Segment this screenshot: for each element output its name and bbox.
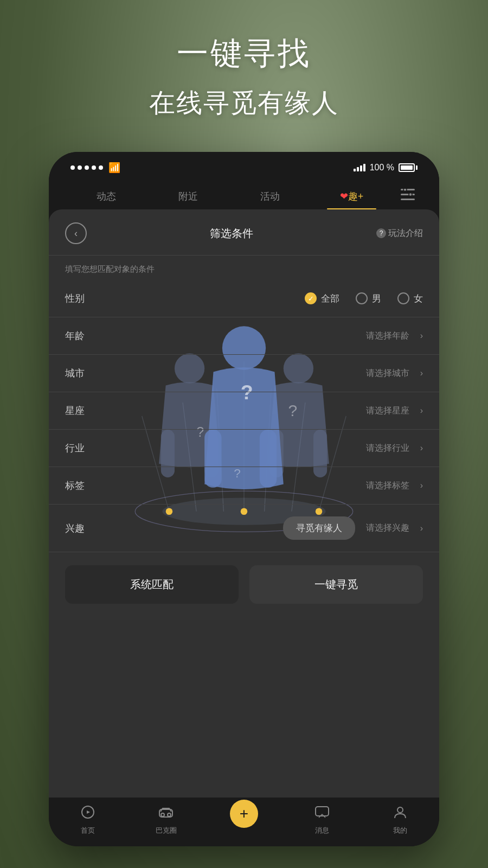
nav-tab-dongtai[interactable]: 动态 xyxy=(65,183,147,209)
battery-percent: 100 % xyxy=(370,163,394,173)
tabbar-message[interactable]: 消息 xyxy=(283,805,361,835)
dot5 xyxy=(99,165,103,170)
battery-fill xyxy=(401,165,413,170)
gender-male[interactable]: 男 xyxy=(356,292,381,305)
one-key-search-button[interactable]: 一键寻觅 xyxy=(249,565,423,604)
city-right: 请选择城市 › xyxy=(103,368,423,379)
hero-line2: 在线寻觅有缘人 xyxy=(0,86,488,120)
mine-label: 我的 xyxy=(393,826,407,835)
city-placeholder: 请选择城市 xyxy=(366,368,409,379)
modal-subtitle: 填写您想匹配对象的条件 xyxy=(49,256,439,280)
svg-point-33 xyxy=(161,813,164,816)
heart-icon: ❤ xyxy=(340,191,348,202)
svg-point-3 xyxy=(403,189,407,192)
industry-chevron: › xyxy=(420,443,423,453)
gender-all[interactable]: ✓ 全部 xyxy=(305,292,339,305)
tag-chevron: › xyxy=(420,481,423,490)
interest-tag[interactable]: 寻觅有缘人 xyxy=(283,516,355,540)
filter-button[interactable] xyxy=(393,183,423,209)
status-left: 📶 xyxy=(70,162,120,174)
svg-rect-1 xyxy=(401,194,415,195)
city-row[interactable]: 城市 请选择城市 › xyxy=(49,355,439,392)
status-bar: 📶 100 % xyxy=(49,152,439,178)
signal-dots xyxy=(70,165,103,170)
bottom-buttons: 系统匹配 一键寻觅 xyxy=(49,552,439,620)
wifi-icon: 📶 xyxy=(108,162,120,174)
bakequan-icon xyxy=(158,805,174,822)
dot2 xyxy=(78,165,82,170)
battery-body xyxy=(399,163,415,172)
constellation-label: 星座 xyxy=(65,404,103,417)
constellation-right: 请选择星座 › xyxy=(103,405,423,417)
constellation-row[interactable]: 星座 请选择星座 › xyxy=(49,392,439,430)
tag-row[interactable]: 标签 请选择标签 › xyxy=(49,467,439,505)
gender-label: 性别 xyxy=(65,292,103,305)
nav-tab-fujin[interactable]: 附近 xyxy=(147,183,229,209)
mine-icon xyxy=(393,805,407,822)
city-chevron: › xyxy=(420,368,423,378)
svg-point-4 xyxy=(409,193,412,196)
bar4 xyxy=(363,164,365,171)
radio-male[interactable] xyxy=(356,292,368,304)
svg-rect-2 xyxy=(401,199,415,200)
svg-point-34 xyxy=(168,813,171,816)
tabbar-mine[interactable]: 我的 xyxy=(361,805,439,835)
help-icon: ? xyxy=(376,228,386,238)
radio-all[interactable]: ✓ xyxy=(305,292,317,304)
filter-modal: ‹ 筛选条件 ? 玩法介绍 填写您想匹配对象的条件 xyxy=(49,209,439,797)
system-match-button[interactable]: 系统匹配 xyxy=(65,565,239,604)
tabbar-plus[interactable]: + xyxy=(205,805,283,835)
phone-frame: 📶 100 % 动态 xyxy=(49,152,439,846)
help-link[interactable]: ? 玩法介绍 xyxy=(376,228,423,239)
plus-button[interactable]: + xyxy=(230,800,258,828)
tag-placeholder: 请选择标签 xyxy=(366,480,409,492)
svg-rect-0 xyxy=(401,189,415,190)
filter-content: ? ? ? ? 性别 ✓ 全部 xyxy=(49,280,439,552)
nav-tab-huodong[interactable]: 活动 xyxy=(229,183,311,209)
svg-marker-31 xyxy=(87,810,90,814)
radio-female[interactable] xyxy=(397,292,409,304)
battery-tip xyxy=(416,165,418,170)
dot3 xyxy=(85,165,89,170)
bottom-tabbar: 首页 巴克圈 + xyxy=(49,797,439,846)
signal-bars-icon xyxy=(354,164,365,171)
industry-row[interactable]: 行业 请选择行业 › xyxy=(49,430,439,467)
age-right: 请选择年龄 › xyxy=(103,330,423,342)
tag-right: 请选择标签 › xyxy=(103,480,423,492)
back-button[interactable]: ‹ xyxy=(65,222,87,244)
industry-placeholder: 请选择行业 xyxy=(366,443,409,454)
dot4 xyxy=(92,165,96,170)
age-row[interactable]: 年龄 请选择年龄 › xyxy=(49,317,439,355)
modal-title: 筛选条件 xyxy=(87,226,376,241)
bakequan-label: 巴克圈 xyxy=(156,826,177,835)
status-right: 100 % xyxy=(354,163,418,173)
help-label: 玩法介绍 xyxy=(388,228,423,239)
interest-label: 兴趣 xyxy=(65,522,103,535)
gender-options: ✓ 全部 男 女 xyxy=(103,292,423,305)
message-label: 消息 xyxy=(315,826,329,835)
constellation-placeholder: 请选择星座 xyxy=(366,405,409,417)
constellation-chevron: › xyxy=(420,406,423,416)
dot1 xyxy=(70,165,75,170)
check-mark: ✓ xyxy=(308,295,314,303)
tabbar-home[interactable]: 首页 xyxy=(49,805,127,835)
interest-right: 寻觅有缘人 请选择兴趣 › xyxy=(103,516,423,540)
interest-row[interactable]: 兴趣 寻觅有缘人 请选择兴趣 › xyxy=(49,505,439,552)
battery-icon xyxy=(399,163,418,172)
gender-female[interactable]: 女 xyxy=(397,292,423,305)
gender-all-label: 全部 xyxy=(321,292,339,305)
gender-female-label: 女 xyxy=(414,292,423,305)
hero-section: 一键寻找 在线寻觅有缘人 xyxy=(0,33,488,120)
bar2 xyxy=(357,167,359,171)
age-placeholder: 请选择年龄 xyxy=(366,330,409,342)
interest-placeholder: 请选择兴趣 xyxy=(366,522,409,534)
interest-chevron: › xyxy=(420,524,423,533)
tabbar-bakequan[interactable]: 巴克圈 xyxy=(127,805,205,835)
gender-row: 性别 ✓ 全部 男 xyxy=(49,280,439,317)
svg-point-36 xyxy=(397,807,403,813)
city-label: 城市 xyxy=(65,367,103,380)
bar1 xyxy=(354,169,356,171)
gender-male-label: 男 xyxy=(372,292,381,305)
nav-tab-qu[interactable]: ❤趣+ xyxy=(311,183,393,209)
modal-header: ‹ 筛选条件 ? 玩法介绍 xyxy=(49,209,439,256)
